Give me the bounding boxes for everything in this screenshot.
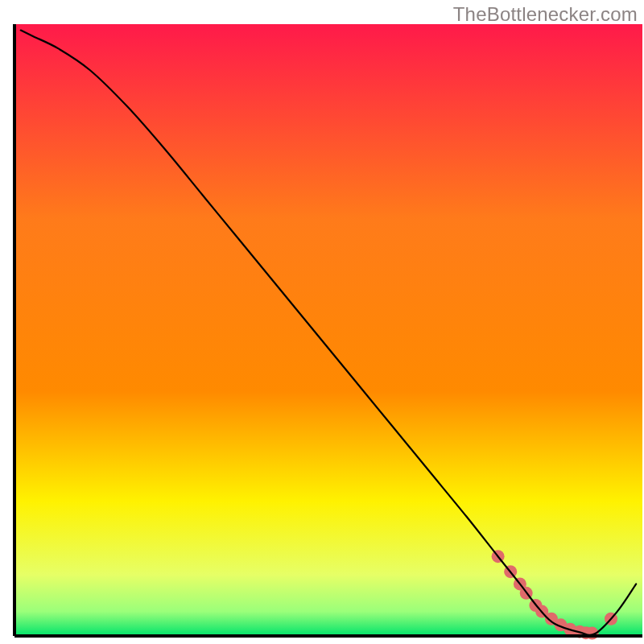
bottleneck-chart bbox=[0, 0, 644, 644]
chart-container: TheBottlenecker.com bbox=[0, 0, 644, 644]
gradient-background bbox=[14, 24, 642, 636]
attribution-text: TheBottlenecker.com bbox=[453, 3, 638, 26]
